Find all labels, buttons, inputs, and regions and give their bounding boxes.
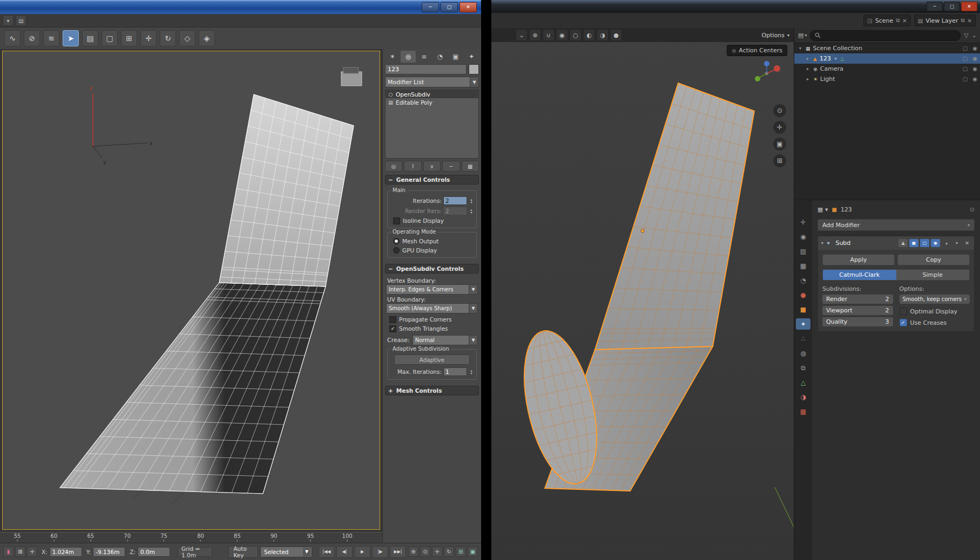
- disable-in-render-icon[interactable]: ◉: [972, 66, 977, 72]
- hierarchy-tab[interactable]: ≡: [417, 51, 431, 63]
- new-scene-icon[interactable]: ⧉: [896, 17, 900, 24]
- go-to-end-button[interactable]: ▶▶|: [390, 546, 406, 558]
- snaps-toggle-icon[interactable]: ◈: [199, 30, 215, 46]
- selection-lock-toggle-icon[interactable]: ⊠: [15, 547, 25, 557]
- select-and-link-icon[interactable]: ∿: [4, 30, 21, 46]
- viewport-canvas[interactable]: z x y: [3, 51, 380, 529]
- pan-gizmo-icon[interactable]: ✛: [773, 121, 786, 134]
- 3dsmax-titlebar[interactable]: ─ ▢ ✕: [0, 0, 481, 14]
- delete-modifier-icon[interactable]: ✕: [963, 239, 971, 247]
- object-data-tab-icon[interactable]: △: [796, 377, 810, 388]
- remove-modifier-button[interactable]: −: [442, 161, 459, 172]
- particles-tab-icon[interactable]: ∴: [796, 333, 810, 344]
- modifier-header[interactable]: ▾ ✦ Subd ▲▣▢◉ ▴ ▾ ✕: [818, 236, 974, 250]
- modifier-list-dropdown[interactable]: Modifier List ▼: [385, 77, 479, 87]
- window-crossing-icon[interactable]: ⊞: [121, 30, 137, 46]
- workspace-selector-icon[interactable]: ▤: [16, 15, 26, 26]
- orbit-view-icon[interactable]: ↻: [444, 547, 454, 557]
- uv-boundary-dropdown[interactable]: Smooth (Always Sharp) ▼: [386, 303, 478, 313]
- previous-frame-button[interactable]: ◀|: [336, 546, 353, 558]
- expand-arrow-icon[interactable]: ▾: [821, 241, 823, 245]
- axis-orientation-gizmo[interactable]: [753, 59, 781, 87]
- modifier-stack[interactable]: ○OpenSubdiv▤Editable Poly: [385, 90, 479, 159]
- action-centers-pill[interactable]: ◎ Action Centers: [727, 45, 787, 56]
- modifier-stack-item[interactable]: ▤Editable Poly: [386, 98, 478, 106]
- expand-arrow-icon[interactable]: ▾: [797, 46, 803, 51]
- pin-icon[interactable]: ⊙: [970, 206, 975, 213]
- copy-button[interactable]: Copy: [897, 254, 970, 265]
- 3dsmax-active-viewport[interactable]: z x y: [2, 51, 380, 530]
- realtime-toggle[interactable]: ▢: [920, 239, 929, 247]
- viewport-subdivisions-field[interactable]: Viewport 2: [822, 306, 893, 315]
- material-shading-icon[interactable]: ◑: [597, 30, 608, 40]
- blender-titlebar[interactable]: ─ ▢ ✕: [491, 0, 980, 13]
- x-coordinate-field[interactable]: 1.024m: [50, 547, 82, 557]
- blender-3d-viewport[interactable]: ⌄⊕∪◉○◐◑● Options ▾ ◎ Action Centers ⊙✛▣⊞: [491, 28, 794, 560]
- general-controls-header[interactable]: − General Controls: [385, 175, 479, 185]
- crease-dropdown[interactable]: Normal ▼: [413, 335, 478, 345]
- modifier-name-field[interactable]: Subd: [835, 240, 850, 247]
- outliner-row-123[interactable]: ▸▲123✦△▢◉: [794, 53, 980, 64]
- make-unique-button[interactable]: ∨: [423, 161, 441, 172]
- unlink-selection-icon[interactable]: ⊘: [24, 30, 40, 46]
- isoline-display-checkbox[interactable]: [393, 217, 400, 224]
- camera-view-gizmo-icon[interactable]: ▣: [773, 138, 786, 151]
- edit-mode-toggle[interactable]: ▣: [909, 239, 918, 247]
- scene-tab-icon[interactable]: ◔: [796, 275, 810, 286]
- object-name-field[interactable]: 123: [385, 64, 467, 74]
- motion-tab[interactable]: ◔: [432, 51, 447, 63]
- snap-magnet-icon[interactable]: ∪: [543, 30, 554, 40]
- editor-type-icon[interactable]: ▦ ▾: [817, 206, 828, 213]
- create-tab[interactable]: ✶: [385, 51, 400, 63]
- filter-funnel-icon[interactable]: ▽: [964, 32, 968, 39]
- iterations-field[interactable]: 2: [443, 196, 467, 205]
- object-color-swatch[interactable]: [469, 64, 479, 74]
- output-tab-icon[interactable]: ▤: [796, 245, 810, 257]
- select-and-move-icon[interactable]: ✛: [140, 30, 157, 46]
- quality-field[interactable]: Quality 3: [822, 317, 893, 326]
- outliner-row-light[interactable]: ▸☀Light▢◉: [794, 74, 980, 84]
- select-object-icon[interactable]: ➤: [63, 30, 79, 46]
- viewport-canvas[interactable]: [491, 28, 794, 560]
- smooth-triangles-checkbox[interactable]: ✓: [389, 325, 396, 332]
- object-type-visibility-icon[interactable]: ⌄: [516, 30, 527, 40]
- disable-in-render-icon[interactable]: ◉: [972, 45, 977, 51]
- outliner-row-scene-collection[interactable]: ▾▦Scene Collection▢◉: [794, 43, 980, 53]
- go-to-start-button[interactable]: |◀◀: [319, 546, 335, 558]
- gpu-display-radio[interactable]: [393, 247, 400, 254]
- configure-modifier-sets-button[interactable]: ▦: [462, 161, 479, 172]
- quick-access-icon[interactable]: ▾: [3, 15, 13, 26]
- pan-view-icon[interactable]: ✛: [432, 547, 442, 557]
- world-tab-icon[interactable]: ●: [796, 289, 810, 301]
- y-coordinate-field[interactable]: -9.136m: [93, 547, 125, 557]
- disable-in-render-icon[interactable]: ◉: [972, 76, 977, 82]
- pin-stack-button[interactable]: ◎: [385, 161, 402, 172]
- outliner-row-camera[interactable]: ▸◉Camera▢◉: [794, 64, 980, 74]
- maxscript-mini-listener-icon[interactable]: ▮: [3, 547, 13, 557]
- maximize-button[interactable]: ▢: [944, 2, 960, 11]
- simple-button[interactable]: Simple: [896, 270, 970, 280]
- texture-tab-icon[interactable]: ▩: [796, 406, 810, 417]
- propagate-corners-checkbox[interactable]: [389, 316, 396, 323]
- solid-shading-icon[interactable]: ◐: [584, 30, 594, 40]
- max-iterations-field[interactable]: 1: [443, 367, 467, 376]
- modify-tab[interactable]: ◎: [401, 51, 415, 63]
- auto-key-button[interactable]: Auto Key: [228, 546, 258, 558]
- zoom-gizmo-icon[interactable]: ⊙: [773, 104, 786, 117]
- modifiers-tab-icon[interactable]: ✦: [796, 318, 810, 330]
- minimize-button[interactable]: ─: [927, 2, 943, 11]
- object-tab-icon[interactable]: ■: [796, 304, 810, 315]
- apply-button[interactable]: Apply: [822, 254, 895, 265]
- view-layer-tab-icon[interactable]: ▦: [796, 260, 810, 271]
- close-button[interactable]: ✕: [459, 2, 477, 12]
- disable-in-viewport-icon[interactable]: ▢: [963, 56, 968, 62]
- material-tab-icon[interactable]: ◑: [796, 391, 810, 402]
- optimal-display-checkbox[interactable]: [900, 308, 907, 315]
- expand-arrow-icon[interactable]: ▸: [805, 77, 810, 81]
- wireframe-shading-icon[interactable]: ○: [570, 30, 581, 40]
- select-and-rotate-icon[interactable]: ↻: [160, 30, 176, 46]
- show-end-result-button[interactable]: I: [404, 161, 421, 172]
- unlink-scene-icon[interactable]: ✕: [902, 18, 907, 24]
- select-and-scale-icon[interactable]: ◇: [179, 30, 195, 46]
- close-button[interactable]: ✕: [961, 2, 977, 11]
